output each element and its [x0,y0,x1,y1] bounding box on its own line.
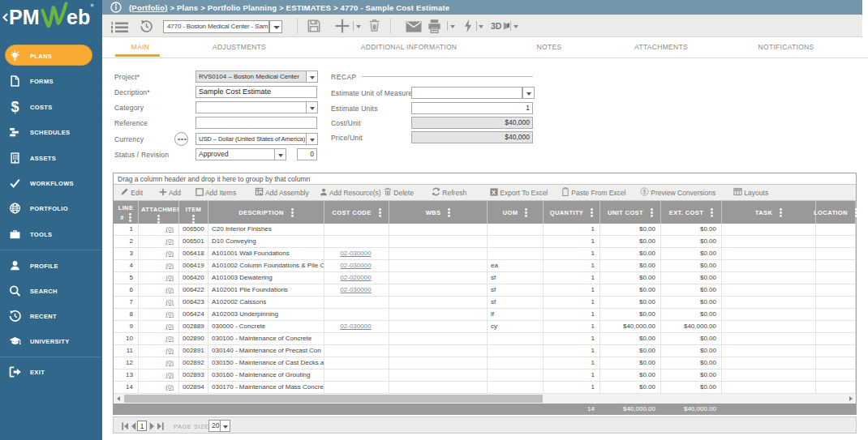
svg-text:PM: PM [9,6,40,28]
svg-text:X: X [492,189,496,196]
svg-text:eb: eb [67,6,90,28]
svg-text:3D: 3D [491,21,502,31]
svg-text:$: $ [643,189,647,194]
